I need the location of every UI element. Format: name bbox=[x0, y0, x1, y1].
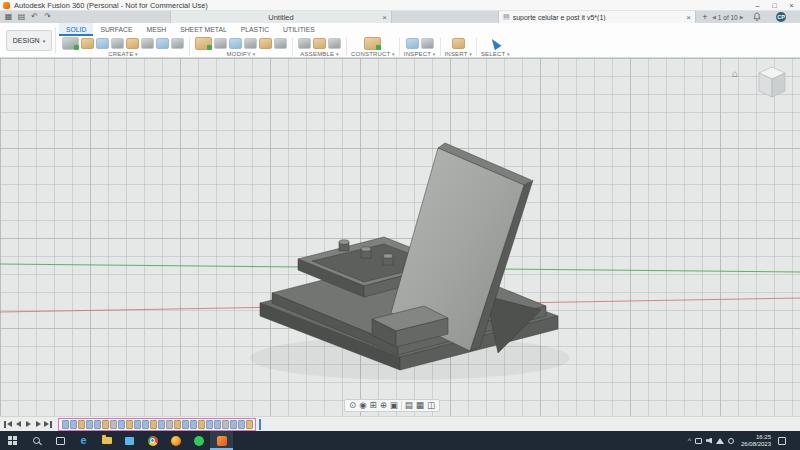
redo-icon[interactable]: ↷ bbox=[41, 11, 54, 23]
sweep-icon[interactable] bbox=[111, 38, 124, 49]
taskbar-app-file-explorer[interactable] bbox=[95, 431, 118, 450]
tab-plastic[interactable]: PLASTIC bbox=[234, 23, 276, 36]
taskbar-app-edge[interactable]: e bbox=[72, 431, 95, 450]
viewports-icon[interactable]: ◫ bbox=[427, 400, 435, 411]
group-select-label[interactable]: SELECT bbox=[481, 51, 510, 57]
group-insert-label[interactable]: INSERT bbox=[445, 51, 472, 57]
viewcube[interactable]: ⌂ bbox=[732, 62, 792, 106]
timeline-feature-icon[interactable] bbox=[238, 420, 245, 429]
tab-solid[interactable]: SOLID bbox=[59, 23, 93, 36]
loft-icon[interactable] bbox=[126, 38, 139, 49]
action-center-icon[interactable] bbox=[778, 437, 786, 445]
revolve-icon[interactable] bbox=[96, 38, 109, 49]
offset-face-icon[interactable] bbox=[259, 38, 272, 49]
timeline-feature-icon[interactable] bbox=[78, 420, 85, 429]
viewcube-cube[interactable] bbox=[754, 62, 790, 102]
network-icon[interactable] bbox=[716, 438, 724, 444]
timeline-feature-icon[interactable] bbox=[190, 420, 197, 429]
next-document-icon[interactable]: ▶ bbox=[740, 14, 744, 20]
pan-icon[interactable]: ⊞ bbox=[370, 400, 377, 411]
group-modify-label[interactable]: MODIFY bbox=[227, 51, 256, 57]
timeline-go-to-start-button[interactable] bbox=[3, 419, 13, 430]
select-cursor-icon[interactable] bbox=[489, 36, 502, 50]
joint-icon[interactable] bbox=[313, 38, 326, 49]
timeline-go-to-end-button[interactable] bbox=[43, 419, 53, 430]
taskbar-app-firefox[interactable] bbox=[164, 431, 187, 450]
tab-sheet-metal[interactable]: SHEET METAL bbox=[173, 23, 234, 36]
tab-untitled[interactable]: Untitled × bbox=[170, 11, 392, 23]
grid-settings-icon[interactable]: ▦ bbox=[416, 400, 424, 411]
prev-document-icon[interactable]: ◀ bbox=[712, 14, 716, 20]
model-phone-stand[interactable] bbox=[0, 58, 800, 416]
group-inspect-label[interactable]: INSPECT bbox=[404, 51, 436, 57]
timeline-feature-icon[interactable] bbox=[214, 420, 221, 429]
taskbar-clock[interactable]: 16:25 26/08/2023 bbox=[738, 434, 774, 448]
display-settings-icon[interactable]: ▤ bbox=[405, 400, 413, 411]
create-sketch-icon[interactable] bbox=[62, 37, 79, 50]
as-built-joint-icon[interactable] bbox=[328, 38, 341, 49]
timeline-feature-icon[interactable] bbox=[110, 420, 117, 429]
timeline-feature-icon[interactable] bbox=[222, 420, 229, 429]
start-button[interactable] bbox=[0, 431, 24, 450]
timeline-feature-icon[interactable] bbox=[230, 420, 237, 429]
tab-document[interactable]: ▤ suporte celular e post it v5*(1) × bbox=[498, 11, 696, 23]
pattern-icon[interactable] bbox=[171, 38, 184, 49]
timeline-feature-icon[interactable] bbox=[126, 420, 133, 429]
taskbar-search-button[interactable] bbox=[24, 431, 48, 450]
insert-icon[interactable] bbox=[452, 38, 465, 49]
combine-icon[interactable] bbox=[244, 38, 257, 49]
timeline-feature-icon[interactable] bbox=[246, 420, 253, 429]
shell-icon[interactable] bbox=[229, 38, 242, 49]
group-create-label[interactable]: CREATE bbox=[108, 51, 137, 57]
timeline-playhead[interactable] bbox=[259, 419, 261, 430]
press-pull-icon[interactable] bbox=[195, 37, 212, 50]
tab-untitled-close-icon[interactable]: × bbox=[382, 13, 387, 22]
file-menu-icon[interactable]: ▤ bbox=[15, 11, 28, 23]
timeline-feature-icon[interactable] bbox=[142, 420, 149, 429]
orbit-icon[interactable]: ⊙ bbox=[349, 400, 356, 411]
timeline-feature-strip[interactable] bbox=[58, 418, 256, 431]
fillet-icon[interactable] bbox=[214, 38, 227, 49]
timeline-feature-icon[interactable] bbox=[86, 420, 93, 429]
tray-icon[interactable] bbox=[695, 438, 702, 444]
timeline-feature-icon[interactable] bbox=[206, 420, 213, 429]
viewport-canvas[interactable]: ⌂ ⊙ ◉ ⊞ ⊕ ▣ ▤ ▦ ◫ bbox=[0, 58, 800, 416]
taskbar-app-store[interactable] bbox=[118, 431, 141, 450]
timeline-feature-icon[interactable] bbox=[150, 420, 157, 429]
taskbar-app-chrome[interactable] bbox=[141, 431, 164, 450]
look-at-icon[interactable]: ◉ bbox=[359, 400, 366, 411]
timeline-feature-icon[interactable] bbox=[166, 420, 173, 429]
section-analysis-icon[interactable] bbox=[421, 38, 434, 49]
construction-plane-icon[interactable] bbox=[364, 37, 381, 50]
extrude-icon[interactable] bbox=[81, 38, 94, 49]
tab-mesh[interactable]: MESH bbox=[140, 23, 174, 36]
timeline-play-button[interactable] bbox=[23, 419, 33, 430]
tray-icon[interactable] bbox=[728, 438, 734, 444]
undo-icon[interactable]: ↶ bbox=[28, 11, 41, 23]
timeline-feature-icon[interactable] bbox=[94, 420, 101, 429]
timeline-feature-icon[interactable] bbox=[198, 420, 205, 429]
group-construct-label[interactable]: CONSTRUCT bbox=[351, 51, 395, 57]
timeline-step-back-button[interactable] bbox=[13, 419, 23, 430]
tab-document-close-icon[interactable]: × bbox=[686, 13, 691, 22]
timeline-feature-icon[interactable] bbox=[118, 420, 125, 429]
close-button[interactable]: × bbox=[783, 0, 800, 10]
timeline-feature-icon[interactable] bbox=[134, 420, 141, 429]
taskbar-app-fusion360[interactable] bbox=[210, 431, 233, 450]
timeline-feature-icon[interactable] bbox=[70, 420, 77, 429]
task-view-button[interactable] bbox=[48, 431, 72, 450]
maximize-button[interactable]: □ bbox=[766, 0, 783, 10]
new-component-icon[interactable] bbox=[298, 38, 311, 49]
taskbar-app-green[interactable] bbox=[187, 431, 210, 450]
thread-icon[interactable] bbox=[156, 38, 169, 49]
home-view-icon[interactable]: ⌂ bbox=[732, 68, 738, 79]
new-tab-button[interactable]: + bbox=[700, 11, 710, 23]
group-assemble-label[interactable]: ASSEMBLE bbox=[300, 51, 338, 57]
zoom-icon[interactable]: ⊕ bbox=[380, 400, 387, 411]
user-avatar[interactable]: CP bbox=[776, 12, 786, 22]
model-body[interactable] bbox=[260, 143, 558, 370]
split-body-icon[interactable] bbox=[274, 38, 287, 49]
minimize-button[interactable]: – bbox=[749, 0, 766, 10]
tab-surface[interactable]: SURFACE bbox=[93, 23, 139, 36]
tab-utilities[interactable]: UTILITIES bbox=[276, 23, 322, 36]
